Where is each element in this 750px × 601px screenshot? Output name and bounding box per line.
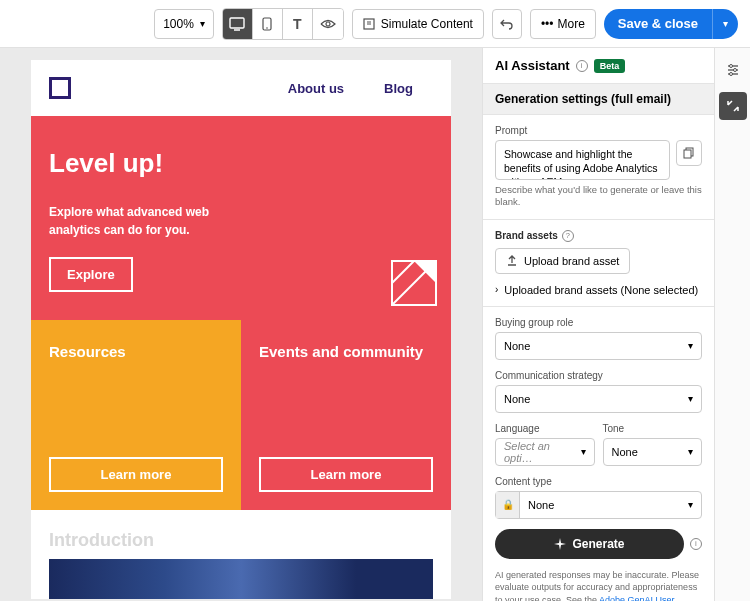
right-rail [714,48,750,601]
ai-assistant-panel: AI Assistant i Beta Generation settings … [482,48,714,601]
simulate-label: Simulate Content [381,17,473,31]
cards-row: Resources Learn more Events and communit… [31,320,451,510]
more-label: More [558,17,585,31]
card-title: Events and community [259,342,433,362]
svg-point-4 [326,22,330,26]
tone-select[interactable]: None ▾ [603,438,703,466]
content-type-value: None [528,499,554,511]
prompt-help: Describe what you'd like to generate or … [495,184,702,209]
svg-point-14 [729,65,732,68]
settings-rail-button[interactable] [719,56,747,84]
device-selector: T [222,8,344,40]
comm-strategy-value: None [504,393,530,405]
simulate-content-button[interactable]: Simulate Content [352,9,484,39]
content-type-select[interactable]: 🔒 None ▾ [495,491,702,519]
info-icon[interactable]: i [576,60,588,72]
preview-button[interactable] [313,9,343,39]
resources-cta-button[interactable]: Learn more [49,457,223,492]
upload-icon [506,255,518,267]
prompt-label: Prompt [495,125,702,136]
svg-point-16 [733,69,736,72]
desktop-view-button[interactable] [223,9,253,39]
hero-subtitle: Explore what advanced web analytics can … [49,203,259,239]
nav-links: About us Blog [288,81,433,96]
zoom-select[interactable]: 100% ▾ [154,9,214,39]
resources-card: Resources Learn more [31,320,241,510]
comm-strategy-label: Communication strategy [495,370,702,381]
language-select[interactable]: Select an opti… ▾ [495,438,595,466]
hero-cta-button[interactable]: Explore [49,257,133,292]
buying-role-select[interactable]: None ▾ [495,332,702,360]
card-title: Resources [49,342,223,362]
buying-role-label: Buying group role [495,317,702,328]
save-button[interactable]: Save & close [604,9,712,39]
info-icon[interactable]: i [690,538,702,550]
geometric-icon [391,260,437,306]
chevron-down-icon: ▾ [200,18,205,29]
svg-rect-12 [684,150,691,158]
svg-point-3 [267,27,269,29]
eye-icon [320,19,336,29]
undo-button[interactable] [492,9,522,39]
section-heading: Generation settings (full email) [483,83,714,115]
email-nav: About us Blog [31,60,451,116]
mobile-icon [262,17,272,31]
email-canvas[interactable]: About us Blog Level up! Explore what adv… [31,60,451,599]
svg-point-18 [729,73,732,76]
events-card: Events and community Learn more [241,320,451,510]
chevron-down-icon: ▾ [723,18,728,29]
uploaded-label: Uploaded brand assets (None selected) [504,284,698,296]
dots-icon: ••• [541,17,554,31]
upload-label: Upload brand asset [524,255,619,267]
hero-title: Level up! [49,148,433,179]
top-toolbar: 100% ▾ T Simulate Content ••• More Save … [0,0,750,48]
svg-rect-0 [230,18,244,28]
image-placeholder [49,559,433,599]
buying-role-value: None [504,340,530,352]
lock-icon: 🔒 [496,492,520,518]
mobile-view-button[interactable] [253,9,283,39]
language-value: Select an opti… [504,440,581,464]
tone-label: Tone [603,423,703,434]
svg-line-10 [392,261,414,283]
copy-prompt-button[interactable] [676,140,702,166]
prompt-input[interactable] [495,140,670,180]
sliders-icon [726,63,740,77]
beta-badge: Beta [594,59,626,73]
chevron-down-icon: ▾ [688,340,693,351]
chevron-down-icon: ▾ [581,446,586,457]
copy-icon [683,147,695,159]
text-view-button[interactable]: T [283,9,313,39]
panel-title: AI Assistant [495,58,570,73]
logo-icon [49,77,71,99]
save-dropdown-button[interactable]: ▾ [712,9,738,39]
language-label: Language [495,423,595,434]
simulate-icon [363,18,375,30]
more-button[interactable]: ••• More [530,9,596,39]
content-type-label: Content type [495,476,702,487]
events-cta-button[interactable]: Learn more [259,457,433,492]
canvas-area: About us Blog Level up! Explore what adv… [0,48,482,601]
disclaimer-text: AI generated responses may be inaccurate… [495,569,702,601]
upload-brand-button[interactable]: Upload brand asset [495,248,630,274]
generate-button[interactable]: Generate [495,529,684,559]
panel-header: AI Assistant i Beta [483,48,714,83]
tone-value: None [612,446,638,458]
prompt-section: Prompt Describe what you'd like to gener… [483,115,714,219]
collapse-icon [727,100,739,112]
nav-about[interactable]: About us [288,81,344,96]
comm-strategy-select[interactable]: None ▾ [495,385,702,413]
brand-assets-label: Brand assets [495,230,558,241]
nav-blog[interactable]: Blog [384,81,413,96]
save-group: Save & close ▾ [604,9,738,39]
info-icon[interactable]: ? [562,230,574,242]
main-area: About us Blog Level up! Explore what adv… [0,48,750,601]
undo-icon [500,18,514,30]
brand-section: Brand assets ? Upload brand asset › Uplo… [483,220,714,306]
collapse-rail-button[interactable] [719,92,747,120]
chevron-down-icon: ▾ [688,446,693,457]
hero-section: Level up! Explore what advanced web anal… [31,116,451,320]
intro-section: Introduction [31,510,451,559]
generate-label: Generate [572,537,624,551]
uploaded-assets-toggle[interactable]: › Uploaded brand assets (None selected) [495,284,702,296]
